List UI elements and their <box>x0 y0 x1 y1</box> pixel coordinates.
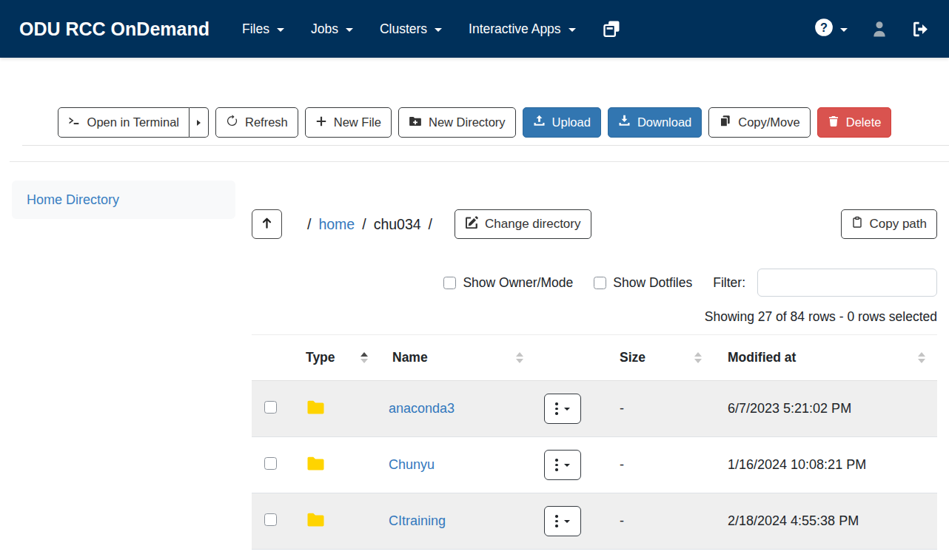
svg-text:?: ? <box>820 21 828 34</box>
folder-icon <box>306 399 326 419</box>
change-directory-label: Change directory <box>485 217 580 232</box>
chevron-down-icon <box>569 28 576 32</box>
copy-move-button[interactable]: Copy/Move <box>708 107 810 138</box>
header-modified-at[interactable]: Modified at <box>711 350 937 365</box>
show-owner-mode-checkbox[interactable] <box>443 277 456 289</box>
row-actions-dropdown[interactable] <box>544 506 581 536</box>
file-modified-at: 2/18/2024 4:55:38 PM <box>711 513 937 529</box>
arrow-up-icon <box>260 216 274 232</box>
show-dotfiles-label: Show Dotfiles <box>613 275 692 291</box>
file-name-link[interactable]: Chunyu <box>389 457 435 473</box>
copy-path-label: Copy path <box>870 217 928 232</box>
go-up-directory-button[interactable] <box>252 209 282 239</box>
nav-menu-files[interactable]: Files <box>242 21 284 37</box>
user-icon[interactable] <box>870 19 889 38</box>
kebab-icon <box>555 459 558 471</box>
nav-menu-files-label: Files <box>242 21 269 37</box>
clipboard-icon <box>851 216 863 232</box>
row-actions-dropdown[interactable] <box>544 394 581 424</box>
terminal-icon <box>68 115 81 130</box>
upload-icon <box>533 115 546 130</box>
folder-plus-icon <box>409 115 422 131</box>
logout-icon[interactable] <box>911 20 930 38</box>
open-in-terminal-button[interactable]: Open in Terminal <box>58 107 190 138</box>
header-name-label: Name <box>392 350 428 365</box>
sort-icon <box>361 352 368 363</box>
sidebar-item-label: Home Directory <box>27 192 119 208</box>
upload-button[interactable]: Upload <box>523 107 601 138</box>
chevron-down-icon <box>435 28 442 32</box>
breadcrumb-home-link[interactable]: home <box>318 216 355 233</box>
refresh-icon <box>226 115 238 130</box>
nav-menu-interactive-apps-label: Interactive Apps <box>469 21 561 37</box>
file-name-link[interactable]: CItraining <box>389 513 446 529</box>
chevron-down-icon <box>564 520 570 523</box>
files-table-header: Type Name Size Modified at <box>252 335 937 381</box>
open-in-terminal-label: Open in Terminal <box>87 115 179 129</box>
interactive-sessions-windows-icon[interactable] <box>603 20 621 38</box>
row-select-checkbox[interactable] <box>264 513 277 526</box>
breadcrumb-separator: / <box>307 216 311 233</box>
folder-icon <box>306 511 326 531</box>
kebab-icon <box>555 402 558 415</box>
delete-label: Delete <box>846 115 882 129</box>
download-button[interactable]: Download <box>608 107 702 138</box>
show-owner-mode-group: Show Owner/Mode <box>443 275 573 291</box>
help-icon: ? <box>814 18 834 40</box>
header-type[interactable]: Type <box>296 350 389 365</box>
open-in-terminal-dropdown-toggle[interactable] <box>190 107 209 138</box>
file-browser-main: / home / chu034 / Change directory <box>252 181 937 550</box>
files-table: Type Name Size Modified at <box>252 334 937 550</box>
sort-icon <box>918 352 925 363</box>
breadcrumb-separator: / <box>429 216 432 233</box>
pencil-square-icon <box>465 216 478 233</box>
breadcrumb-current-directory: chu034 <box>374 216 421 233</box>
plus-icon <box>315 115 327 130</box>
kebab-icon <box>555 515 558 527</box>
nav-menu-clusters[interactable]: Clusters <box>380 21 442 37</box>
change-directory-button[interactable]: Change directory <box>455 209 591 239</box>
table-row: CItraining - 2/18/2024 4:55:38 PM <box>252 493 937 550</box>
breadcrumb-separator: / <box>362 216 366 233</box>
row-select-checkbox[interactable] <box>264 401 277 414</box>
new-file-button[interactable]: New File <box>305 107 392 138</box>
open-in-terminal-split-group: Open in Terminal <box>58 107 209 138</box>
help-menu[interactable]: ? <box>814 18 848 40</box>
breadcrumb: / home / chu034 / <box>307 216 432 233</box>
app-brand[interactable]: ODU RCC OnDemand <box>19 18 209 40</box>
row-actions-dropdown[interactable] <box>544 450 581 480</box>
new-directory-button[interactable]: New Directory <box>398 107 516 138</box>
nav-menu-jobs[interactable]: Jobs <box>311 21 353 37</box>
top-navbar: ODU RCC OnDemand Files Jobs Clusters Int… <box>0 0 949 58</box>
show-dotfiles-checkbox[interactable] <box>594 277 606 289</box>
copy-move-label: Copy/Move <box>738 115 799 129</box>
chevron-down-icon <box>840 28 848 32</box>
row-select-checkbox[interactable] <box>264 457 277 470</box>
new-directory-label: New Directory <box>429 115 506 129</box>
copy-path-button[interactable]: Copy path <box>841 209 938 239</box>
file-modified-at: 1/16/2024 10:08:21 PM <box>711 457 937 473</box>
refresh-label: Refresh <box>245 115 288 129</box>
header-size[interactable]: Size <box>607 350 711 365</box>
show-owner-mode-label: Show Owner/Mode <box>463 275 573 291</box>
filter-input[interactable] <box>757 269 937 297</box>
header-name[interactable]: Name <box>389 350 544 365</box>
trash-icon <box>828 115 839 130</box>
path-bar: / home / chu034 / Change directory <box>252 209 937 239</box>
nav-menu-interactive-apps[interactable]: Interactive Apps <box>469 21 576 37</box>
file-modified-at: 6/7/2023 5:21:02 PM <box>711 401 937 416</box>
page-divider <box>10 161 949 162</box>
delete-button[interactable]: Delete <box>817 107 892 138</box>
refresh-button[interactable]: Refresh <box>215 107 298 138</box>
table-options-row: Show Owner/Mode Show Dotfiles Filter: <box>252 269 937 297</box>
copy-icon <box>719 115 731 130</box>
toolbar-divider <box>22 145 949 146</box>
chevron-down-icon <box>564 408 570 411</box>
sidebar-item-home-directory[interactable]: Home Directory <box>12 181 235 219</box>
file-name-link[interactable]: anaconda3 <box>389 401 455 416</box>
chevron-down-icon <box>564 464 570 467</box>
filter-label: Filter: <box>713 275 745 291</box>
table-row: anaconda3 - 6/7/2023 5:21:02 PM <box>252 381 937 437</box>
show-dotfiles-group: Show Dotfiles <box>594 275 692 291</box>
sort-icon <box>516 352 523 363</box>
